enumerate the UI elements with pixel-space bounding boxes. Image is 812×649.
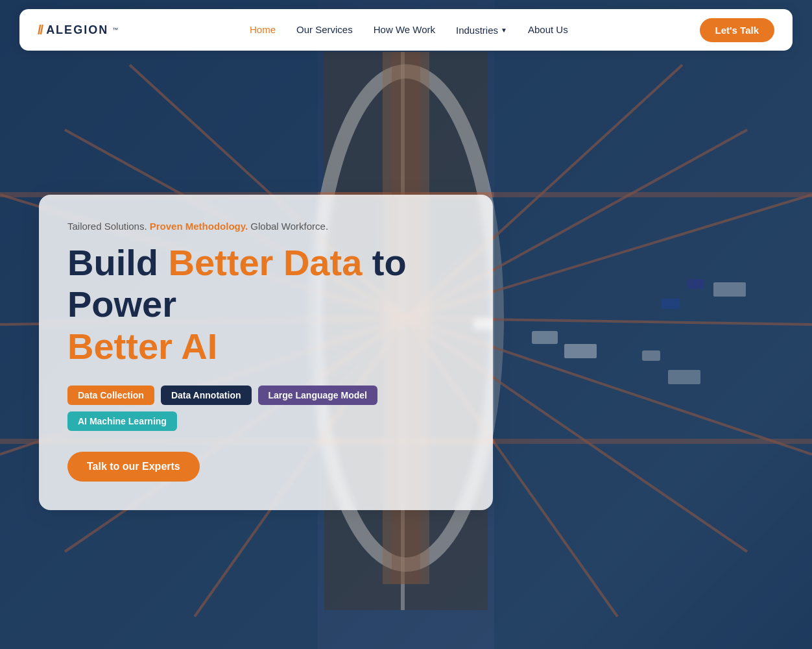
hero-title-highlight: Better Data bbox=[169, 242, 363, 283]
hero-title: Build Better Data to Power Better AI bbox=[67, 242, 464, 367]
industries-dropdown-arrow: ▼ bbox=[501, 27, 507, 34]
nav-home[interactable]: Home bbox=[250, 24, 276, 35]
tag-large-language-model[interactable]: Large Language Model bbox=[258, 386, 377, 405]
tags-row: Data Collection Data Annotation Large La… bbox=[67, 386, 464, 431]
hero-title-line1-start: Build bbox=[67, 242, 169, 283]
tagline-highlight: Proven Methodology. bbox=[147, 221, 248, 232]
nav-industries[interactable]: Industries bbox=[456, 25, 498, 36]
logo-icon: // bbox=[38, 23, 42, 38]
tagline-end: Global Workforce. bbox=[248, 221, 328, 232]
nav-services[interactable]: Our Services bbox=[296, 24, 353, 35]
hero-title-line2: Better AI bbox=[67, 326, 217, 367]
hero-content-card: Tailored Solutions. Proven Methodology. … bbox=[39, 195, 493, 510]
logo-sup: ™ bbox=[112, 27, 118, 33]
tag-data-collection[interactable]: Data Collection bbox=[67, 386, 154, 405]
tagline: Tailored Solutions. Proven Methodology. … bbox=[67, 221, 464, 232]
tagline-start: Tailored Solutions. bbox=[67, 221, 147, 232]
logo-text: ALEGION bbox=[46, 23, 108, 37]
tag-ai-machine-learning[interactable]: AI Machine Learning bbox=[67, 411, 177, 431]
logo[interactable]: // ALEGION™ bbox=[38, 23, 118, 38]
nav-links: Home Our Services How We Work Industries… bbox=[250, 24, 568, 36]
lets-talk-button[interactable]: Let's Talk bbox=[700, 18, 774, 42]
talk-to-experts-button[interactable]: Talk to our Experts bbox=[67, 452, 200, 482]
nav-about[interactable]: About Us bbox=[528, 24, 568, 35]
navbar: // ALEGION™ Home Our Services How We Wor… bbox=[19, 9, 793, 51]
tag-data-annotation[interactable]: Data Annotation bbox=[161, 386, 252, 405]
nav-how-we-work[interactable]: How We Work bbox=[374, 24, 435, 35]
